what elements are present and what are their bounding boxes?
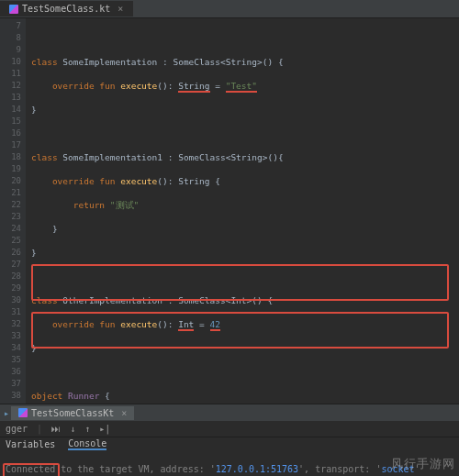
code-line	[31, 32, 459, 44]
code-line: override fun execute(): String = "Test"	[31, 80, 459, 92]
code-line: }	[31, 104, 459, 116]
debug-sub-tabs: Variables Console	[0, 437, 459, 450]
step-over-icon[interactable]: ⏭	[51, 424, 61, 434]
code-line: class SomeImplementation1 : SomeClass<St…	[31, 151, 459, 163]
tab-console[interactable]: Console	[68, 438, 106, 450]
code-line: override fun execute(): Int = 42	[31, 318, 459, 330]
step-into-icon[interactable]: ↓	[70, 424, 75, 434]
line-number-gutter: 7 8 9 10 11 12 13 14 15 16 17 18 19 20 2…	[0, 18, 26, 404]
debug-toolbar: gger | ⏭ ↓ ↑ ▸|	[0, 421, 459, 437]
code-line: override fun execute(): String {	[31, 175, 459, 187]
code-area[interactable]: class SomeImplementation : SomeClass<Str…	[26, 18, 459, 404]
kotlin-run-icon	[18, 408, 28, 417]
console-output[interactable]: Connected to the target VM, address: '12…	[0, 450, 459, 476]
editor-tab[interactable]: TestSomeClass.kt ×	[0, 1, 133, 17]
console-line: Connected to the target VM, address: '12…	[6, 464, 420, 474]
run-gutter-icon[interactable]: ▸	[4, 408, 9, 418]
step-out-icon[interactable]: ↑	[84, 424, 90, 434]
code-line: class SomeImplementation : SomeClass<Str…	[31, 56, 459, 68]
run-config-tab[interactable]: TestSomeClassKt ×	[11, 406, 134, 420]
close-icon[interactable]: ×	[118, 4, 123, 14]
kotlin-file-icon	[9, 5, 18, 14]
code-line: }	[31, 247, 459, 259]
logger-label: gger	[6, 424, 28, 434]
code-line	[31, 127, 459, 139]
tab-variables[interactable]: Variables	[6, 439, 55, 449]
run-config-label: TestSomeClassKt	[31, 408, 114, 418]
editor-tab-label: TestSomeClass.kt	[22, 4, 110, 14]
run-config-tab-bar: ▸ TestSomeClassKt ×	[0, 404, 459, 421]
code-line	[31, 271, 459, 282]
run-panel: ▸ TestSomeClassKt × gger | ⏭ ↓ ↑ ▸| Vari…	[0, 404, 459, 476]
editor-tab-bar: TestSomeClass.kt ×	[0, 0, 459, 18]
code-line: class OtherImplementation : SomeClass<In…	[31, 294, 459, 306]
code-editor[interactable]: 7 8 9 10 11 12 13 14 15 16 17 18 19 20 2…	[0, 18, 459, 404]
close-icon[interactable]: ×	[121, 408, 127, 418]
code-line: }	[31, 223, 459, 235]
code-line: }	[31, 342, 459, 354]
code-line	[31, 366, 459, 378]
code-line: object Runner {	[31, 390, 459, 402]
code-line: return "测试"	[31, 199, 459, 211]
run-to-cursor-icon[interactable]: ▸|	[99, 424, 110, 434]
